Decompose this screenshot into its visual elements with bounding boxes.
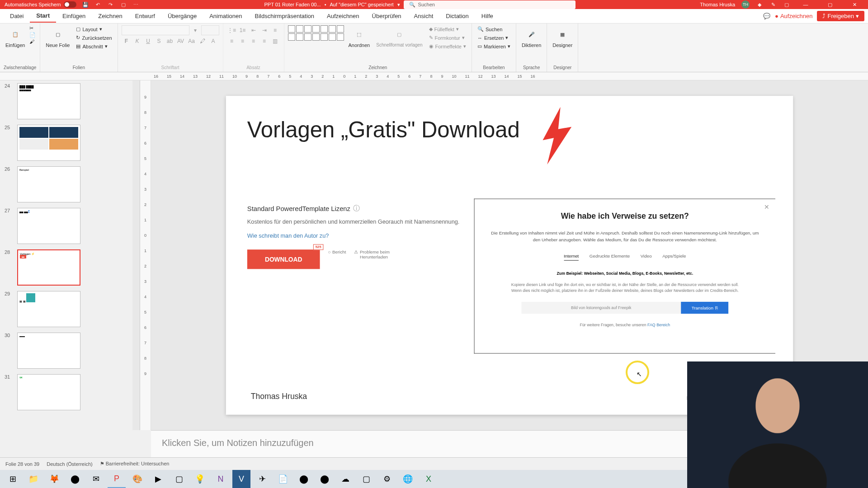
slide-thumb-28[interactable]: 28Vorlagen ⚡▬ [0,247,140,288]
license-link[interactable]: Wie schreibt man den Autor zu? [247,232,460,239]
highlight-button[interactable]: 🖍 [198,36,208,46]
designer-button[interactable]: ▦ Designer [551,25,574,50]
tab-start[interactable]: Start [30,9,56,23]
telegram-icon[interactable]: ✈ [253,470,271,488]
tab-video[interactable]: Video [641,253,652,261]
font-color-button[interactable]: A [208,36,218,46]
tab-hilfe[interactable]: Hilfe [475,10,500,22]
slideshow-icon[interactable]: ▢ [120,1,127,8]
panel-close-icon[interactable]: ✕ [764,203,769,211]
tab-dictation[interactable]: Dictation [439,10,475,22]
comments-icon[interactable]: 💬 [763,13,770,19]
cut-icon[interactable]: ✂ [29,25,36,31]
tab-zeichnen[interactable]: Zeichnen [92,10,128,22]
slide-thumb-30[interactable]: 30▬▬ [0,330,140,371]
slide-thumb-24[interactable]: 24███ ████▄▄▄▄▄▄ [0,80,140,122]
font-size-combo[interactable] [201,25,219,35]
record-button[interactable]: ● Aufzeichnen [775,13,812,19]
edge-icon[interactable]: 🌐 [399,470,417,488]
app-icon-7[interactable]: ☁ [336,470,354,488]
font-family-combo[interactable] [122,25,189,35]
effects-button[interactable]: ◉ Formeffekte ▾ [427,42,468,50]
vlc-icon[interactable]: ▶ [149,470,167,488]
section-button[interactable]: ▤ Abschnitt ▾ [74,42,113,50]
reset-button[interactable]: ↻ Zurücksetzen [74,34,113,42]
excel-icon[interactable]: X [420,470,438,488]
onenote-icon[interactable]: N [212,470,230,488]
slide-thumb-29[interactable]: 29▦ ▦ [0,288,140,330]
share-button[interactable]: ⤴ Freigeben ▾ [817,11,864,21]
language[interactable]: Deutsch (Österreich) [47,461,92,467]
problem-option[interactable]: ⚠ Probleme beim Herunterladen [354,249,394,259]
chrome-icon[interactable]: ⬤ [66,470,84,488]
redo-icon[interactable]: ↷ [107,1,114,8]
user-avatar[interactable]: TH [741,0,750,9]
save-icon[interactable]: 💾 [82,1,89,8]
spacing-button[interactable]: AV [176,36,186,46]
quickformat-button[interactable]: ▢ Schnellformat vorlagen [374,25,424,49]
outline-button[interactable]: ✎ Formkontur ▾ [427,34,468,42]
tab-bildschirm[interactable]: Bildschirmpräsentation [248,10,321,22]
align-center-button[interactable]: ≡ [238,36,248,46]
justify-button[interactable]: ≡ [259,36,269,46]
powerpoint-icon[interactable]: P [108,470,126,488]
slide-title[interactable]: Vorlagen „Gratis" Download [247,117,520,143]
fill-button[interactable]: ◆ Fülleffekt ▾ [427,25,468,33]
tab-internet[interactable]: Internet [564,253,579,261]
copy-icon[interactable]: 📄 [29,32,36,38]
strike-button[interactable]: S [154,36,164,46]
shapes-gallery[interactable] [288,25,344,41]
minimize-button[interactable]: — [797,0,815,9]
bullets-button[interactable]: ⋮≡ [227,25,237,35]
maximize-button[interactable]: ▢ [821,0,839,9]
autosave-toggle[interactable]: Automatisches Speichern [5,1,76,8]
replace-button[interactable]: ↔ Ersetzen ▾ [476,34,512,42]
more-icon[interactable]: ⋯ [132,1,140,8]
underline-button[interactable]: U [143,36,153,46]
lightning-bolt-icon[interactable] [532,105,580,167]
settings-icon[interactable]: ⚙ [378,470,396,488]
tab-animationen[interactable]: Animationen [203,10,248,22]
app-icon-3[interactable]: 💡 [191,470,209,488]
shadow-button[interactable]: ab [165,36,175,46]
app-icon-2[interactable]: ▢ [170,470,188,488]
new-slide-button[interactable]: ▢ Neue Folie [44,25,71,50]
slide-thumb-27[interactable]: 27▄▄ ▄▄ ▪ [0,205,140,247]
license-panel[interactable]: Standard PoweredTemplate Lizenz ⓘ Kosten… [247,204,460,269]
slide-counter[interactable]: Folie 28 von 39 [5,461,39,467]
arrange-button[interactable]: ⬚ Anordnen [347,25,372,50]
slide-thumb-26[interactable]: 26Beispiel [0,164,140,205]
align-left-button[interactable]: ≡ [227,36,237,46]
premium-icon[interactable]: ◆ [756,1,763,8]
close-button[interactable]: ✕ [845,0,863,9]
app-icon-6[interactable]: ⬤ [316,470,334,488]
tab-datei[interactable]: Datei [4,10,30,22]
app-icon-4[interactable]: V [232,470,250,488]
line-spacing-button[interactable]: ≡ [270,25,280,35]
start-button[interactable]: ⊞ [4,470,22,488]
app-icon-1[interactable]: 🎨 [128,470,146,488]
select-button[interactable]: ▭ Markieren ▾ [476,42,512,50]
user-name[interactable]: Thomas Hruska [700,2,735,7]
tab-entwurf[interactable]: Entwurf [129,10,161,22]
app-icon-8[interactable]: ▢ [357,470,375,488]
thumbnail-scrollbar[interactable] [132,80,140,430]
window-icon[interactable]: ▢ [783,1,790,8]
bold-button[interactable]: F [122,36,132,46]
attribution-panel[interactable]: ✕ Wie habe ich Verweise zu setzen? Die E… [474,199,775,354]
tab-uebergaenge[interactable]: Übergänge [161,10,203,22]
paste-button[interactable]: 📋 Einfügen [4,25,27,50]
italic-button[interactable]: K [132,36,142,46]
numbering-button[interactable]: 1≡ [238,25,248,35]
columns-button[interactable]: ▥ [270,36,280,46]
align-right-button[interactable]: ≡ [249,36,259,46]
copy-button[interactable]: Translation ⎘ [681,302,728,314]
faq-link[interactable]: FAQ Bereich [647,323,670,327]
dictate-button[interactable]: 🎤 Diktieren [520,25,543,50]
tab-aufzeichnen[interactable]: Aufzeichnen [321,10,366,22]
app-icon-5[interactable]: 📄 [274,470,292,488]
slide-thumb-31[interactable]: 31🗺 [0,371,140,413]
explorer-icon[interactable]: 📁 [24,470,42,488]
firefox-icon[interactable]: 🦊 [45,470,63,488]
slide-author[interactable]: Thomas Hruska [251,392,307,402]
